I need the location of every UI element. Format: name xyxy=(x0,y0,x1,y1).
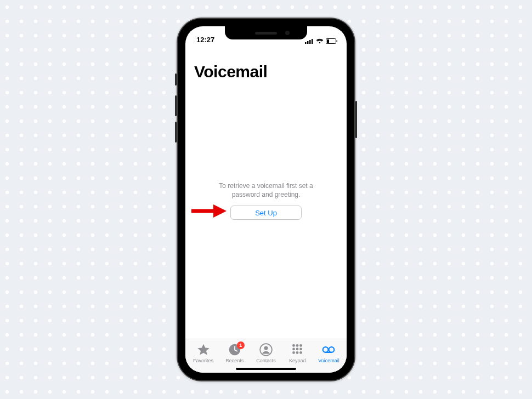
svg-point-9 xyxy=(264,346,268,350)
svg-point-14 xyxy=(296,348,299,351)
tab-keypad[interactable]: Keypad xyxy=(282,343,313,363)
svg-rect-5 xyxy=(327,39,329,43)
status-right xyxy=(305,38,338,44)
svg-point-18 xyxy=(299,351,302,354)
tab-label: Voicemail xyxy=(318,358,339,363)
front-camera xyxy=(285,31,290,35)
set-up-button-label: Set Up xyxy=(255,209,277,217)
svg-point-13 xyxy=(292,348,295,351)
cellular-icon xyxy=(305,38,314,44)
volume-up-button xyxy=(175,95,177,116)
svg-rect-1 xyxy=(307,41,309,44)
tab-label: Favorites xyxy=(193,358,213,363)
wifi-icon xyxy=(316,38,324,44)
tab-label: Recents xyxy=(225,358,244,363)
svg-point-10 xyxy=(292,344,295,347)
home-indicator[interactable] xyxy=(236,368,296,370)
svg-rect-0 xyxy=(305,42,307,44)
speaker-grille xyxy=(255,32,277,35)
power-button xyxy=(355,101,357,138)
tab-label: Keypad xyxy=(289,358,306,363)
voicemail-icon xyxy=(321,343,336,357)
svg-point-15 xyxy=(299,348,302,351)
notch xyxy=(225,26,307,39)
svg-rect-6 xyxy=(337,40,338,42)
mute-switch xyxy=(175,73,177,86)
page-title: Voicemail xyxy=(185,45,347,84)
svg-point-11 xyxy=(296,344,299,347)
svg-point-17 xyxy=(296,351,299,354)
tab-voicemail[interactable]: Voicemail xyxy=(313,343,344,363)
tab-favorites[interactable]: Favorites xyxy=(188,343,219,363)
svg-rect-2 xyxy=(309,40,311,44)
setup-hint-text: To retrieve a voicemail first set a pass… xyxy=(219,181,313,199)
recents-badge: 1 xyxy=(237,341,245,349)
svg-point-20 xyxy=(329,347,335,352)
svg-point-16 xyxy=(292,351,295,354)
keypad-icon xyxy=(290,343,304,357)
contact-icon xyxy=(259,343,273,357)
content-area: To retrieve a voicemail first set a pass… xyxy=(185,84,347,339)
svg-point-19 xyxy=(323,347,329,352)
volume-down-button xyxy=(175,122,177,142)
screen: 12:27 Voicem xyxy=(185,26,347,373)
svg-point-12 xyxy=(299,344,302,347)
battery-icon xyxy=(326,38,338,44)
tab-recents[interactable]: 1 Recents xyxy=(219,343,250,363)
svg-rect-3 xyxy=(312,39,313,44)
tab-label: Contacts xyxy=(256,358,276,363)
set-up-button[interactable]: Set Up xyxy=(230,206,302,220)
tab-contacts[interactable]: Contacts xyxy=(250,343,281,363)
status-time: 12:27 xyxy=(196,36,214,44)
star-icon xyxy=(196,343,211,357)
phone-frame: 12:27 Voicem xyxy=(178,19,354,380)
